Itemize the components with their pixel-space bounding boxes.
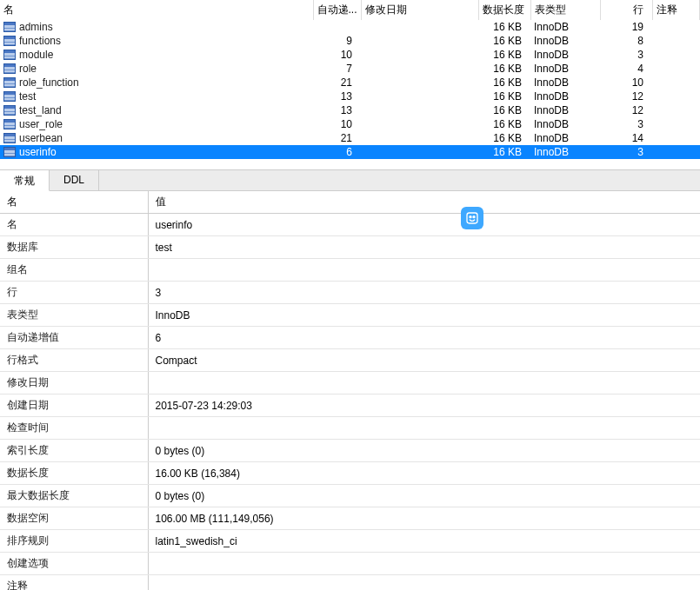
prop-row[interactable]: 行格式Compact	[0, 349, 700, 372]
prop-value: 6	[148, 327, 700, 349]
cell-table_type: InnoDB	[530, 34, 600, 48]
cell-auto_inc	[313, 20, 361, 34]
prop-row[interactable]: 索引长度0 bytes (0)	[0, 440, 700, 462]
cell-comment	[652, 20, 700, 34]
prop-row[interactable]: 数据空闲106.00 MB (111,149,056)	[0, 507, 700, 530]
cell-auto_inc: 6	[313, 145, 361, 159]
prop-value	[148, 553, 700, 575]
cell-data_len: 16 KB	[478, 76, 530, 89]
prop-value	[148, 259, 700, 282]
table-icon	[3, 22, 16, 32]
cell-table_type: InnoDB	[530, 76, 600, 89]
prop-row[interactable]: 自动递增值6	[0, 327, 700, 349]
tables-grid[interactable]: 名 自动递... 修改日期 数据长度 表类型 行 注释 admins16 KBI…	[0, 0, 700, 159]
prop-key: 自动递增值	[0, 327, 148, 349]
cell-comment	[652, 131, 700, 145]
prop-value: 0 bytes (0)	[148, 485, 700, 507]
table-name-label: module	[19, 49, 53, 61]
cell-auto_inc: 13	[313, 89, 361, 103]
table-row[interactable]: test_land1316 KBInnoDB12	[0, 103, 700, 117]
table-row[interactable]: userinfo616 KBInnoDB3	[0, 145, 700, 159]
prop-row[interactable]: 修改日期	[0, 372, 700, 394]
prop-value: latin1_swedish_ci	[148, 530, 700, 553]
table-row[interactable]: role_function2116 KBInnoDB10	[0, 76, 700, 89]
prop-row[interactable]: 注释	[0, 575, 700, 591]
cell-data_len: 16 KB	[478, 103, 530, 117]
prop-row[interactable]: 排序规则latin1_swedish_ci	[0, 530, 700, 553]
cell-rows: 4	[600, 62, 652, 76]
col-data-len[interactable]: 数据长度	[478, 0, 530, 20]
table-row[interactable]: functions916 KBInnoDB8	[0, 34, 700, 48]
table-row[interactable]: test1316 KBInnoDB12	[0, 89, 700, 103]
tab-general[interactable]: 常规	[0, 170, 50, 191]
cell-table_type: InnoDB	[530, 89, 600, 103]
prop-row[interactable]: 表类型InnoDB	[0, 304, 700, 327]
prop-key: 创建日期	[0, 394, 148, 417]
col-modify-date[interactable]: 修改日期	[361, 0, 478, 20]
cell-comment	[652, 117, 700, 131]
prop-key: 创建选项	[0, 553, 148, 575]
cell-rows: 10	[600, 76, 652, 89]
prop-row[interactable]: 行3	[0, 282, 700, 304]
table-name-label: test	[19, 90, 36, 103]
table-row[interactable]: module1016 KBInnoDB3	[0, 48, 700, 62]
prop-header-name[interactable]: 名	[0, 191, 148, 214]
prop-row[interactable]: 创建选项	[0, 553, 700, 575]
cell-rows: 19	[600, 20, 652, 34]
cell-data_len: 16 KB	[478, 145, 530, 159]
prop-row[interactable]: 数据库test	[0, 236, 700, 259]
cell-comment	[652, 62, 700, 76]
prop-value: 3	[148, 282, 700, 304]
cell-table_type: InnoDB	[530, 62, 600, 76]
cell-comment	[652, 89, 700, 103]
cell-auto_inc: 13	[313, 103, 361, 117]
col-rows[interactable]: 行	[600, 0, 652, 20]
prop-row[interactable]: 创建日期2015-07-23 14:29:03	[0, 394, 700, 417]
cell-auto_inc: 10	[313, 117, 361, 131]
prop-header-value[interactable]: 值	[148, 191, 700, 214]
prop-row[interactable]: 检查时间	[0, 417, 700, 440]
cell-comment	[652, 34, 700, 48]
table-icon	[3, 63, 16, 74]
tables-header-row[interactable]: 名 自动递... 修改日期 数据长度 表类型 行 注释	[0, 0, 700, 20]
cell-modify_date	[361, 62, 478, 76]
table-icon	[3, 105, 16, 116]
col-auto-inc[interactable]: 自动递...	[313, 0, 361, 20]
table-row[interactable]: role716 KBInnoDB4	[0, 62, 700, 76]
tab-ddl[interactable]: DDL	[50, 170, 99, 190]
prop-value: userinfo	[148, 214, 700, 236]
cell-rows: 14	[600, 131, 652, 145]
table-name-label: functions	[19, 35, 61, 47]
col-comment[interactable]: 注释	[652, 0, 700, 20]
table-row[interactable]: admins16 KBInnoDB19	[0, 20, 700, 34]
table-row[interactable]: user_role1016 KBInnoDB3	[0, 117, 700, 131]
prop-key: 注释	[0, 575, 148, 591]
cell-data_len: 16 KB	[478, 131, 530, 145]
cell-data_len: 16 KB	[478, 48, 530, 62]
prop-key: 最大数据长度	[0, 485, 148, 507]
prop-key: 数据空闲	[0, 507, 148, 530]
prop-row[interactable]: 数据长度16.00 KB (16,384)	[0, 462, 700, 485]
prop-key: 组名	[0, 259, 148, 282]
property-grid: 名 值 名userinfo数据库test组名行3表类型InnoDB自动递增值6行…	[0, 191, 700, 590]
table-row[interactable]: userbean2116 KBInnoDB14	[0, 131, 700, 145]
cell-modify_date	[361, 34, 478, 48]
prop-row[interactable]: 最大数据长度0 bytes (0)	[0, 485, 700, 507]
col-name[interactable]: 名	[0, 0, 313, 20]
table-name-label: test_land	[19, 104, 62, 116]
cell-table_type: InnoDB	[530, 103, 600, 117]
cell-modify_date	[361, 103, 478, 117]
col-table-type[interactable]: 表类型	[530, 0, 600, 20]
assistant-badge-icon[interactable]	[461, 207, 483, 229]
table-name-label: user_role	[19, 118, 63, 130]
cell-auto_inc: 7	[313, 62, 361, 76]
prop-row[interactable]: 组名	[0, 259, 700, 282]
cell-table_type: InnoDB	[530, 145, 600, 159]
table-icon	[3, 147, 16, 157]
prop-key: 表类型	[0, 304, 148, 327]
cell-modify_date	[361, 89, 478, 103]
cell-data_len: 16 KB	[478, 62, 530, 76]
prop-value: 106.00 MB (111,149,056)	[148, 507, 700, 530]
prop-row[interactable]: 名userinfo	[0, 214, 700, 236]
cell-data_len: 16 KB	[478, 34, 530, 48]
